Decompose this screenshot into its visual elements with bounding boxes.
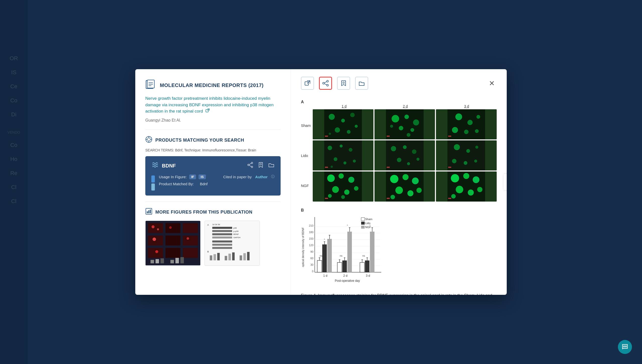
product-card-body: Usage In Figure: IF IS Cited in paper by… — [151, 174, 275, 191]
journal-title: MOLECULAR MEDICINE REPORTS (2017) — [160, 82, 264, 88]
svg-rect-41 — [160, 258, 164, 263]
chat-button[interactable] — [618, 340, 632, 354]
product-bookmark-icon[interactable] — [258, 162, 264, 170]
svg-point-106 — [349, 148, 352, 152]
product-share-icon[interactable] — [247, 162, 253, 170]
svg-point-152 — [468, 190, 474, 196]
svg-rect-196 — [365, 260, 369, 272]
svg-rect-119 — [387, 167, 390, 168]
svg-point-105 — [340, 145, 343, 148]
svg-text:ns: ns — [340, 254, 343, 257]
svg-rect-25 — [165, 223, 180, 233]
svg-rect-57 — [212, 244, 232, 246]
svg-point-28 — [157, 228, 159, 230]
svg-point-14 — [248, 164, 249, 166]
bookmark-button[interactable] — [337, 77, 350, 90]
close-button[interactable]: ✕ — [487, 78, 497, 88]
svg-point-92 — [390, 125, 393, 128]
share-button[interactable] — [319, 77, 332, 90]
external-link-button[interactable] — [301, 77, 314, 90]
modal-container: MOLECULAR MEDICINE REPORTS (2017) Nerve … — [135, 69, 507, 295]
svg-point-116 — [397, 158, 401, 162]
svg-text:3 d: 3 d — [366, 274, 370, 278]
svg-text:120: 120 — [309, 244, 313, 247]
svg-rect-184 — [337, 262, 342, 272]
product-logo-icon — [151, 161, 159, 170]
svg-line-17 — [249, 165, 251, 167]
svg-point-136 — [341, 195, 345, 199]
product-folder-icon[interactable] — [268, 162, 275, 170]
product-details: Usage In Figure: IF IS Cited in paper by… — [159, 174, 275, 189]
article-title[interactable]: Nerve growth factor pretreatment inhibit… — [145, 95, 281, 115]
products-icon — [145, 136, 152, 145]
svg-rect-31 — [165, 236, 180, 246]
svg-text:*: * — [347, 224, 348, 227]
svg-rect-120 — [447, 140, 485, 170]
svg-text:p-p38: p-p38 — [233, 230, 239, 232]
svg-rect-63 — [225, 256, 227, 260]
svg-point-96 — [456, 114, 462, 120]
svg-rect-64 — [228, 254, 231, 260]
svg-rect-103 — [324, 140, 362, 170]
svg-rect-35 — [148, 248, 163, 258]
svg-rect-174 — [322, 244, 327, 272]
svg-text:NGF: NGF — [365, 226, 371, 229]
tube-bar-1 — [151, 175, 155, 183]
svg-rect-137 — [325, 198, 328, 199]
img-sham-1d — [313, 109, 373, 139]
svg-rect-94 — [387, 136, 390, 137]
svg-text:optical density intensity of B: optical density intensity of BDNF — [301, 227, 304, 267]
img-lido-1d — [313, 140, 373, 170]
row-label-sham: Sham — [301, 110, 311, 140]
svg-rect-40 — [156, 259, 159, 263]
svg-rect-67 — [243, 253, 246, 260]
svg-rect-62 — [217, 253, 220, 260]
svg-text:2 d: 2 d — [343, 274, 348, 278]
row-label-ngf: NGF — [301, 170, 311, 201]
matched-value: Bdnf — [200, 182, 208, 186]
folder-button[interactable] — [355, 77, 368, 90]
col-labels: 1 d 2 d 3 d — [314, 104, 497, 108]
svg-point-98 — [477, 115, 480, 119]
right-panel: ✕ A 1 d 2 d 3 d Sham — [291, 69, 507, 295]
svg-rect-30 — [148, 236, 163, 246]
svg-point-90 — [399, 126, 403, 130]
figure-thumb-1[interactable] — [145, 221, 201, 266]
svg-point-78 — [329, 114, 335, 120]
svg-point-150 — [473, 176, 480, 183]
svg-point-118 — [416, 158, 419, 161]
svg-rect-42 — [170, 260, 174, 263]
svg-text:ns: ns — [320, 254, 323, 257]
svg-point-149 — [463, 173, 469, 179]
info-icon[interactable]: ⓘ — [271, 174, 275, 179]
svg-text:Post-operative day: Post-operative day — [335, 279, 360, 283]
svg-point-117 — [407, 162, 410, 165]
panel-a: A 1 d 2 d 3 d Sham Lido NGF — [301, 100, 497, 203]
figures-grid: A 1d 2d 3d p38 p-p38 BDNF GAPDH — [145, 221, 281, 266]
tag-if[interactable]: IF — [189, 174, 196, 179]
svg-rect-185 — [342, 260, 347, 272]
svg-point-81 — [335, 127, 340, 133]
product-name-row: BDNF — [151, 161, 176, 170]
svg-point-113 — [391, 146, 396, 151]
panel-b-label: B — [301, 208, 497, 213]
next-arrow-button[interactable]: › — [503, 174, 507, 190]
img-ngf-2d — [374, 171, 435, 202]
svg-point-34 — [186, 237, 189, 240]
svg-rect-65 — [232, 252, 235, 260]
external-link-icon[interactable] — [206, 109, 210, 113]
svg-rect-69 — [305, 82, 308, 85]
svg-rect-39 — [151, 260, 154, 263]
svg-point-145 — [391, 195, 395, 199]
matched-label: Product Matched By: — [159, 182, 194, 186]
figure-caption: Figure 4. Immunofluorescence staining fo… — [301, 292, 497, 295]
svg-point-115 — [412, 149, 416, 154]
cited-link[interactable]: Author — [255, 175, 268, 179]
svg-point-129 — [327, 174, 335, 182]
tag-is[interactable]: IS — [199, 174, 206, 179]
svg-text:210: 210 — [309, 224, 313, 227]
svg-point-141 — [412, 177, 419, 184]
figure-thumb-2[interactable]: A 1d 2d 3d p38 p-p38 BDNF GAPDH — [205, 221, 260, 266]
svg-point-38 — [155, 250, 158, 253]
image-grid-with-labels: Sham Lido NGF — [301, 109, 497, 203]
